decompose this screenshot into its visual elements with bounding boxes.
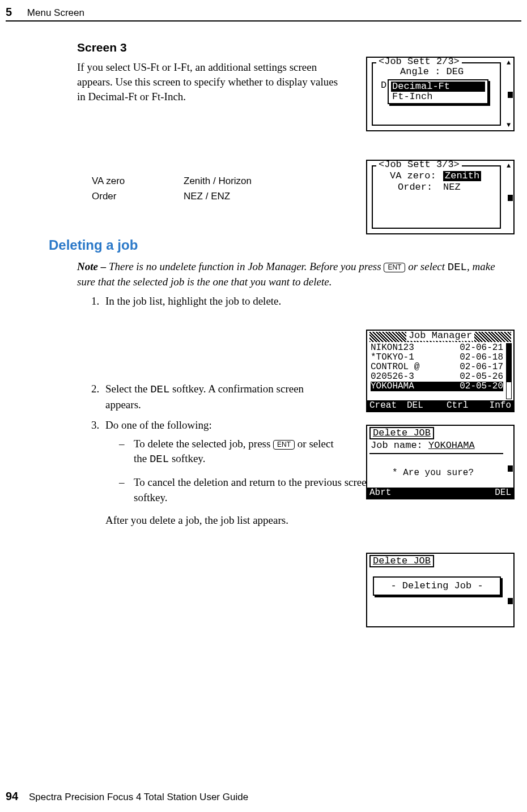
lock-icon: [508, 195, 513, 201]
step3-text: Do one of the following:: [105, 419, 212, 431]
footer-title: Spectra Precision Focus 4 Total Station …: [29, 792, 248, 802]
note-pre: There is no undelete function in Job Man…: [109, 260, 384, 272]
settings-table: VA zero Zenith / Horizon Order NEZ / ENZ: [92, 174, 258, 204]
note-mid: or select: [405, 260, 447, 272]
d2-post: softkey.: [134, 492, 167, 503]
lcd-job-sett-3: <Job Sett 3/3> VA zero: Zenith Order: NE…: [366, 160, 515, 234]
job-row-selected: YOKOHAMA02-05-20: [371, 382, 503, 391]
deleting-note: Note – There is no undelete function in …: [77, 259, 516, 289]
page-footer: 94 Spectra Precision Focus 4 Total Stati…: [6, 789, 248, 804]
lcd3-job-list: NIKON12302-06-21 *TOKYO-102-06-18 CONTRO…: [371, 343, 503, 391]
note-bold: Note –: [77, 260, 109, 272]
settings-va-value: Zenith / Horizon: [184, 174, 258, 189]
lcd-delete-confirm: Delete JOB Job name: YOKOHAMA * Are you …: [366, 425, 515, 499]
chapter-number: 5: [6, 6, 12, 18]
scrollbar: [506, 343, 512, 399]
lcd2-order-label: Order:: [398, 182, 432, 193]
lcd-job-manager: Job Manager NIKON12302-06-21 *TOKYO-102-…: [366, 330, 515, 412]
lcd5-title: Delete JOB: [369, 555, 434, 567]
step2-del: DEL: [150, 383, 169, 396]
del-softkey-ref: DEL: [448, 261, 467, 273]
step2-pre: Select the: [105, 383, 150, 395]
up-arrow-icon: ▲: [507, 163, 512, 169]
deleting-heading: Deleting a job: [49, 236, 521, 254]
lcd5-popup: - Deleting Job -: [373, 576, 501, 596]
divider: [369, 453, 503, 454]
step-1: In the job list, highlight the job to de…: [102, 294, 332, 377]
ent-key: ENT: [273, 440, 295, 450]
soft-abrt: Abrt: [369, 488, 391, 498]
lcd1-option-unselected: Ft-Inch: [391, 92, 485, 102]
soft-info: Info: [490, 400, 511, 411]
screen3-para: If you select US-Ft or I-Ft, an addition…: [77, 60, 343, 104]
lcd1-d: D: [381, 80, 386, 91]
lock-icon: [508, 465, 513, 472]
lcd3-title: Job Manager: [406, 330, 474, 341]
lcd4-sure: * Are you sure?: [392, 468, 474, 478]
up-arrow-icon: ▲: [507, 60, 512, 66]
lcd-job-sett-2: <Job Sett 2/3> Angle : DEG D Decimal-Ft …: [366, 57, 515, 131]
step1-text: In the job list, highlight the job to de…: [105, 295, 281, 307]
page-header: 5 Menu Screen: [6, 5, 521, 20]
settings-order-value: NEZ / ENZ: [184, 189, 258, 204]
soft-ctrl: Ctrl: [447, 400, 468, 411]
page-number: 94: [6, 790, 18, 802]
job-row: CONTROL @02-06-17: [371, 362, 503, 372]
lcd1-angle: Angle : DEG: [400, 67, 464, 77]
job-row: *TOKYO-102-06-18: [371, 353, 503, 362]
lcd1-popup: Decimal-Ft Ft-Inch: [388, 79, 488, 104]
soft-creat: Creat: [369, 400, 397, 411]
lcd1-title: <Job Sett 2/3>: [376, 57, 462, 67]
step-2: Select the DEL softkey. A confirmation s…: [102, 382, 332, 412]
lcd1-option-selected: Decimal-Ft: [391, 82, 485, 92]
option-delete: To delete the selected job, press ENT or…: [122, 437, 338, 467]
d1-pre: To delete the selected job, press: [134, 438, 273, 450]
d1-del: DEL: [150, 453, 169, 465]
d1-post: softkey.: [169, 452, 205, 464]
soft-del: DEL: [495, 488, 511, 498]
lcd3-softkeys: Creat DEL Ctrl Info: [367, 400, 513, 411]
main-content: Screen 3 If you select US-Ft or I-Ft, an…: [6, 32, 521, 533]
down-arrow-icon: ▼: [507, 122, 512, 128]
soft-del: DEL: [407, 400, 423, 411]
after-delete-text: After you delete a job, the job list app…: [105, 513, 332, 528]
job-row: NIKON12302-06-21: [371, 343, 503, 353]
settings-va-label: VA zero: [92, 174, 184, 189]
lcd2-title: <Job Sett 3/3>: [376, 160, 462, 170]
job-row: 020526-302-05-26: [371, 372, 503, 382]
header-rule: [6, 20, 521, 22]
lcd2-order-value: NEZ: [443, 182, 461, 193]
lcd2-va-label: VA zero:: [390, 171, 436, 181]
ent-key: ENT: [384, 263, 405, 272]
lcd4-jobname: Job name: YOKOHAMA: [371, 441, 475, 451]
lock-icon: [508, 92, 513, 98]
chapter-title: Menu Screen: [27, 7, 84, 18]
settings-order-label: Order: [92, 189, 184, 204]
lcd4-title: Delete JOB: [369, 427, 434, 439]
lcd-deleting-job: Delete JOB - Deleting Job -: [366, 553, 515, 627]
lock-icon: [508, 598, 513, 604]
d2-pre: To cancel the deletion and return to the…: [134, 476, 402, 488]
screen3-heading: Screen 3: [77, 40, 521, 55]
lcd2-va-value: Zenith: [443, 171, 481, 181]
lcd4-softkeys: Abrt DEL: [367, 488, 513, 498]
